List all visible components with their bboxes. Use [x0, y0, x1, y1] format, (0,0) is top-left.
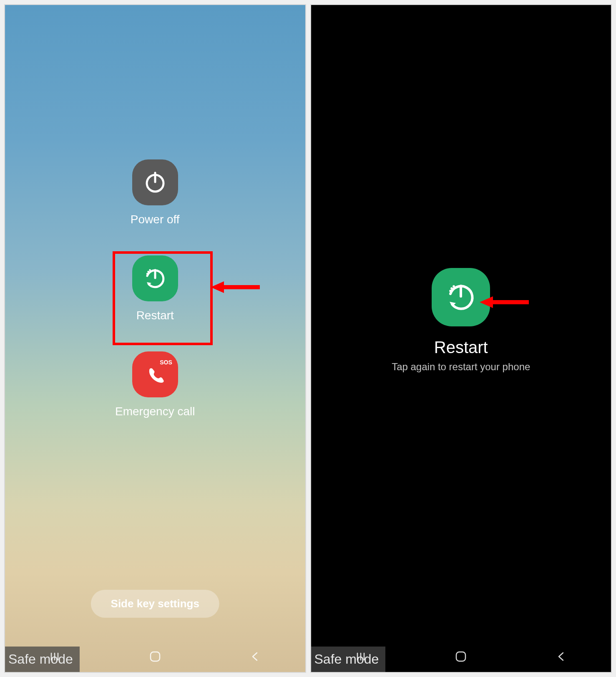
navigation-bar	[311, 643, 611, 672]
emergency-call-icon: SOS	[132, 351, 178, 397]
navigation-bar	[5, 643, 305, 672]
home-button[interactable]	[454, 650, 468, 665]
emergency-call-button[interactable]: SOS Emergency call	[115, 351, 195, 418]
restart-confirm-title: Restart	[434, 338, 488, 357]
back-button[interactable]	[249, 651, 261, 664]
svg-point-3	[147, 271, 149, 273]
svg-point-2	[146, 273, 148, 275]
restart-confirm-group: Restart Tap again to restart your phone	[311, 268, 611, 373]
restart-label: Restart	[136, 309, 174, 322]
svg-point-14	[453, 285, 455, 288]
restart-icon	[444, 280, 478, 314]
restart-confirm-subtitle: Tap again to restart your phone	[392, 361, 530, 373]
restart-button[interactable]: Restart	[132, 255, 178, 322]
back-button[interactable]	[556, 651, 567, 664]
power-menu-screen: Power off Restart SO	[4, 4, 306, 673]
restart-confirm-screen: Restart Tap again to restart your phone …	[310, 4, 612, 673]
side-key-settings-button[interactable]: Side key settings	[91, 590, 219, 618]
svg-rect-9	[151, 652, 160, 661]
sos-badge: SOS	[160, 359, 172, 366]
svg-point-12	[449, 290, 452, 292]
power-off-label: Power off	[131, 213, 180, 226]
restart-confirm-button[interactable]	[432, 268, 490, 326]
svg-rect-19	[456, 652, 465, 661]
emergency-call-label: Emergency call	[115, 405, 195, 418]
home-button[interactable]	[148, 650, 162, 665]
svg-point-13	[450, 287, 453, 290]
svg-point-4	[149, 269, 151, 271]
power-off-button[interactable]: Power off	[131, 159, 180, 226]
power-menu: Power off Restart SO	[5, 159, 305, 418]
recents-button[interactable]	[355, 651, 367, 664]
restart-icon	[132, 255, 178, 301]
recents-button[interactable]	[49, 651, 60, 664]
power-off-icon	[132, 159, 178, 205]
